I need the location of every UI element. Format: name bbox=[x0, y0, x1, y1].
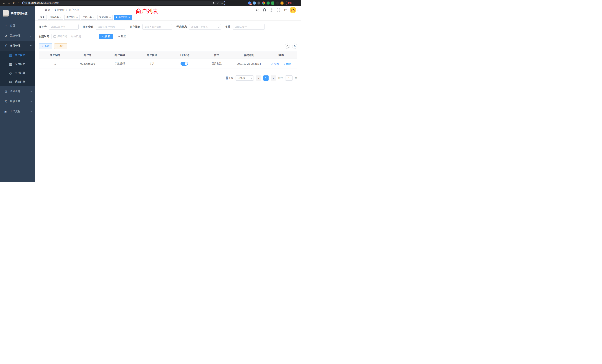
browser-back-button[interactable]: ← bbox=[1, 0, 6, 5]
help-icon[interactable]: ? bbox=[270, 9, 273, 12]
export-button[interactable]: ↓ 导出 bbox=[54, 43, 67, 49]
fullscreen-icon[interactable] bbox=[277, 8, 280, 12]
share-icon[interactable] bbox=[217, 2, 219, 4]
page-1-button[interactable]: 1 bbox=[263, 75, 269, 81]
sidebar-item-workflow[interactable]: ▣ 工作流程 bbox=[0, 106, 35, 116]
sidebar-item-infrastructure[interactable]: ⊡ 基础设施 bbox=[0, 86, 35, 96]
sidebar-item-app-info[interactable]: ▦ 应用信息 bbox=[0, 60, 35, 69]
prev-page-button[interactable]: ‹ bbox=[256, 75, 261, 81]
sidebar-item-label: 系统管理 bbox=[10, 34, 30, 37]
tab-merchant-info[interactable]: 商户信息 × bbox=[114, 15, 132, 20]
user-menu[interactable] bbox=[290, 7, 298, 13]
tab-pay-order[interactable]: 支付订单 × bbox=[81, 15, 96, 20]
filter-label: 商户号 bbox=[39, 25, 47, 29]
toggle-search-button[interactable] bbox=[285, 43, 290, 49]
filter-label: 备注 bbox=[225, 25, 231, 29]
cell-full-name: 芋道源码 bbox=[104, 59, 136, 69]
sidebar-item-label: 支付管理 bbox=[10, 44, 30, 47]
browser-profile-avatar[interactable] bbox=[280, 1, 284, 5]
search-icon[interactable] bbox=[256, 8, 259, 12]
tab-process-form[interactable]: 流程表单 × bbox=[48, 15, 63, 20]
breadcrumb: 首页 / 支付管理 / 商户信息 bbox=[45, 8, 79, 12]
edit-link-label: 修改 bbox=[274, 62, 279, 65]
page-size-select[interactable]: 10条/页 bbox=[236, 75, 254, 81]
address-bar[interactable]: ⓘ localhost:1024/pay/merchant ☆ bbox=[22, 1, 225, 5]
breadcrumb-item-payment[interactable]: 支付管理 bbox=[54, 8, 64, 12]
browser-extensions-area: 10 更新 ⋮ bbox=[228, 1, 300, 5]
chevron-down-icon bbox=[30, 35, 32, 37]
browser-refresh-button[interactable]: ↻ bbox=[11, 0, 16, 5]
sidebar-item-devtools[interactable]: ⚒ 研发工具 bbox=[0, 96, 35, 106]
edit-pen-icon bbox=[271, 63, 274, 65]
card-icon: ▥ bbox=[9, 54, 13, 57]
extension-icon-green[interactable] bbox=[267, 1, 270, 5]
goto-page-input[interactable] bbox=[285, 75, 293, 81]
filter-remark: 备注 bbox=[225, 24, 265, 30]
password-key-icon[interactable] bbox=[213, 2, 215, 4]
filter-row-1: 商户号 商户全称 商户简称 开启状态 bbox=[39, 24, 297, 30]
sidebar-item-refund-order[interactable]: ▤ 退款订单 bbox=[0, 77, 35, 86]
status-toggle[interactable] bbox=[181, 62, 188, 66]
next-page-button[interactable]: › bbox=[271, 75, 276, 81]
close-icon[interactable]: × bbox=[129, 16, 130, 18]
sidebar-item-payment[interactable]: ¥ 支付管理 bbox=[0, 41, 35, 51]
extension-icon-color[interactable] bbox=[262, 1, 265, 5]
reset-button[interactable]: ↻ 重置 bbox=[115, 34, 129, 39]
status-select[interactable] bbox=[189, 24, 221, 30]
page-size-value: 10条/页 bbox=[237, 76, 246, 80]
sidebar-item-system[interactable]: ⚙ 系统管理 bbox=[0, 31, 35, 41]
close-icon[interactable]: × bbox=[76, 16, 78, 18]
browser-update-button[interactable]: 更新 bbox=[286, 1, 294, 5]
briefcase-icon: ▣ bbox=[4, 110, 8, 113]
active-tab-dot bbox=[116, 17, 117, 18]
extension-icon-ring[interactable] bbox=[257, 1, 260, 5]
browser-forward-button[interactable]: → bbox=[6, 0, 11, 5]
extension-icon-drop[interactable] bbox=[253, 1, 256, 5]
status-select-input[interactable] bbox=[189, 24, 221, 30]
plus-icon: + bbox=[42, 45, 43, 47]
search-button[interactable]: 搜索 bbox=[99, 34, 113, 39]
refresh-table-button[interactable]: ↻ bbox=[292, 43, 297, 49]
tab-user-group[interactable]: 用户分组 × bbox=[64, 15, 80, 20]
extension-icon-book[interactable] bbox=[271, 1, 274, 5]
add-button[interactable]: + 新增 bbox=[39, 43, 52, 49]
font-size-icon[interactable]: TT bbox=[284, 8, 286, 12]
main-area: 首页 / 支付管理 / 商户信息 ? TT bbox=[35, 6, 301, 182]
monitor-icon: ⊡ bbox=[4, 90, 8, 93]
merchant-no-input[interactable] bbox=[49, 24, 79, 30]
sidebar-item-merchant-info[interactable]: ▥ 商户信息 bbox=[0, 51, 35, 60]
sidebar-item-label: 商户信息 bbox=[15, 54, 32, 57]
browser-home-button[interactable]: ⌂ bbox=[16, 0, 21, 5]
gear-icon: ⚙ bbox=[4, 34, 8, 38]
close-icon[interactable]: × bbox=[60, 16, 61, 18]
bookmark-star-icon[interactable]: ☆ bbox=[221, 2, 223, 4]
date-range-picker[interactable]: 开始日期 - 结束日期 bbox=[52, 34, 95, 39]
sidebar-item-pay-order[interactable]: ◎ 支付订单 bbox=[0, 69, 35, 77]
remark-input[interactable] bbox=[233, 24, 265, 30]
edit-link[interactable]: 修改 bbox=[271, 62, 279, 65]
tab-home[interactable]: 首页 bbox=[38, 15, 47, 20]
breadcrumb-item-home[interactable]: 首页 bbox=[45, 8, 50, 12]
full-name-input[interactable] bbox=[96, 24, 125, 30]
extension-icon-dark[interactable] bbox=[276, 1, 279, 5]
cell-status bbox=[168, 59, 200, 69]
sidebar-collapse-icon[interactable] bbox=[38, 9, 42, 11]
filter-short-name: 商户简称 bbox=[130, 24, 172, 30]
browser-menu-icon[interactable]: ⋮ bbox=[295, 1, 300, 4]
tab-refund-order[interactable]: 退款订单 × bbox=[97, 15, 113, 20]
tags-view-bar: 首页 流程表单 × 用户分组 × 支付订单 × 退款订单 × 商户信息 × bbox=[35, 14, 301, 20]
sidebar-item-label: 工作流程 bbox=[10, 110, 30, 113]
extension-icon-pinned[interactable]: 10 bbox=[248, 1, 251, 5]
app-logo[interactable]: 芋道管理系统 bbox=[0, 6, 35, 21]
cell-remark: 我是备注 bbox=[200, 59, 233, 69]
sidebar-item-home[interactable]: ◔ 首页 bbox=[0, 21, 35, 31]
close-icon[interactable]: × bbox=[109, 16, 111, 18]
close-icon[interactable]: × bbox=[93, 16, 94, 18]
github-icon[interactable] bbox=[263, 8, 266, 12]
delete-link[interactable]: 删除 bbox=[283, 62, 291, 65]
site-info-icon[interactable]: ⓘ bbox=[24, 1, 27, 5]
short-name-input[interactable] bbox=[142, 24, 172, 30]
date-end-placeholder: 结束日期 bbox=[71, 35, 81, 38]
search-icon bbox=[287, 45, 288, 47]
logo-avatar bbox=[3, 10, 9, 17]
